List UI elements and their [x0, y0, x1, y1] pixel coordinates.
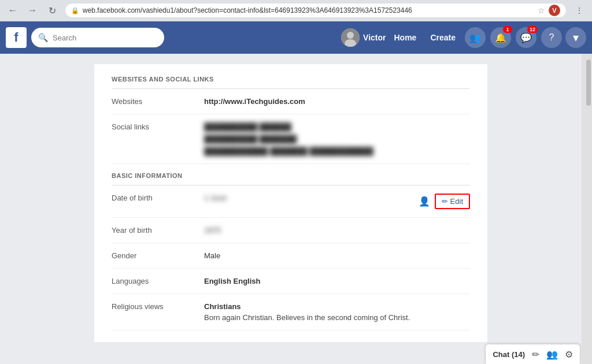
profile-about-card: WEBSITES AND SOCIAL LINKS Websites http:… — [94, 64, 487, 342]
forward-button[interactable]: → — [24, 2, 40, 18]
dob-edit-button[interactable]: ✏ Edit — [435, 194, 470, 209]
lock-icon: 🔒 — [71, 7, 79, 14]
religious-value: Christians Born again Christian. Believe… — [204, 302, 470, 322]
svg-point-1 — [347, 32, 354, 39]
dob-privacy-icon[interactable]: 👤 — [419, 196, 430, 207]
scrollbar-track[interactable] — [586, 54, 591, 364]
notifications-button[interactable]: 🔔 1 — [490, 27, 511, 48]
languages-value: English English — [204, 277, 470, 285]
edit-label: Edit — [450, 197, 463, 206]
dob-value: 1 June — [204, 194, 413, 202]
websites-row: Websites http://www.iTechguides.com — [112, 89, 470, 114]
social-link-1-text: ██████████ ██████ — [204, 122, 291, 131]
dob-label: Date of birth — [112, 194, 204, 202]
friends-icon: 👥 — [469, 32, 481, 43]
social-link-3: ████████████ ███████ ████████████ — [204, 147, 470, 155]
social-link-2: ██████████ ███████ — [204, 135, 470, 143]
profile-icon-circle[interactable]: V — [549, 5, 560, 16]
friends-button[interactable]: 👥 — [465, 27, 486, 48]
gender-value: Male — [204, 251, 470, 260]
messages-button[interactable]: 💬 12 — [516, 27, 536, 48]
chevron-down-icon: ▾ — [573, 31, 579, 44]
bell-icon: 🔔 — [495, 32, 506, 43]
refresh-button[interactable]: ↻ — [44, 2, 60, 18]
messages-badge: 12 — [527, 26, 538, 33]
main-content-area: WEBSITES AND SOCIAL LINKS Websites http:… — [0, 54, 582, 364]
more-menu-button[interactable]: ▾ — [565, 27, 586, 48]
search-icon: 🔍 — [38, 33, 48, 42]
facebook-navbar: f 🔍 Victor Home Create 👥 🔔 1 💬 12 ? ▾ — [0, 21, 592, 54]
gender-row: Gender Male — [112, 243, 470, 269]
social-link-2-text: ██████████ ███████ — [204, 135, 297, 143]
username-label: Victor — [363, 33, 386, 42]
scrollbar-thumb[interactable] — [586, 60, 591, 106]
browser-titlebar: ← → ↻ 🔒 web.facebook.com/vashiedu1/about… — [0, 0, 592, 21]
search-bar[interactable]: 🔍 — [31, 28, 164, 47]
gender-label: Gender — [112, 251, 204, 260]
fb-logo: f — [6, 27, 27, 48]
user-profile-button[interactable]: Victor — [341, 28, 386, 47]
religious-row: Religious views Christians Born again Ch… — [112, 294, 470, 330]
chat-contacts-button[interactable]: 👥 — [546, 349, 558, 360]
languages-row: Languages English English — [112, 269, 470, 294]
create-nav-link[interactable]: Create — [424, 33, 461, 42]
websites-section-header: WEBSITES AND SOCIAL LINKS — [112, 76, 470, 89]
dob-actions: 👤 ✏ Edit — [419, 194, 470, 209]
social-link-3-text: ████████████ ███████ ████████████ — [204, 147, 373, 155]
browser-actions: ⋮ — [571, 2, 587, 18]
chat-label[interactable]: Chat (14) — [493, 350, 525, 359]
address-bar[interactable]: 🔒 web.facebook.com/vashiedu1/about?secti… — [65, 3, 567, 18]
back-button[interactable]: ← — [5, 2, 21, 18]
social-links-list: ██████████ ██████ ██████████ ███████ ███… — [204, 122, 470, 155]
help-icon: ? — [549, 32, 554, 43]
yob-row: Year of birth 1975 — [112, 218, 470, 243]
chat-compose-button[interactable]: ✏ — [532, 349, 539, 360]
search-input[interactable] — [53, 34, 157, 42]
yob-value: 1975 — [204, 226, 470, 235]
religious-desc: Born again Christian. Believes in the se… — [204, 313, 470, 322]
notifications-badge: 1 — [503, 26, 512, 33]
chat-settings-button[interactable]: ⚙ — [565, 349, 573, 360]
social-links-values: ██████████ ██████ ██████████ ███████ ███… — [204, 122, 470, 155]
social-links-label: Social links — [112, 122, 204, 131]
religious-label: Religious views — [112, 302, 204, 311]
websites-label: Websites — [112, 97, 204, 106]
social-links-row: Social links ██████████ ██████ █████████… — [112, 114, 470, 164]
yob-label: Year of birth — [112, 226, 204, 235]
edit-pencil-icon: ✏ — [442, 197, 448, 206]
browser-controls: ← → ↻ — [5, 2, 60, 18]
chat-bar: Chat (14) ✏ 👥 ⚙ — [485, 344, 580, 364]
address-text: web.facebook.com/vashiedu1/about?section… — [83, 6, 534, 14]
religious-title: Christians — [204, 302, 470, 311]
social-link-1: ██████████ ██████ — [204, 122, 470, 131]
star-icon[interactable]: ☆ — [538, 6, 545, 15]
nav-right: Victor Home Create 👥 🔔 1 💬 12 ? ▾ — [341, 27, 586, 48]
message-icon: 💬 — [520, 32, 532, 43]
basic-info-section-header: BASIC INFORMATION — [112, 172, 470, 185]
scrollbar-panel — [582, 54, 592, 364]
bookmark-button[interactable]: ⋮ — [571, 2, 587, 18]
help-button[interactable]: ? — [541, 27, 562, 48]
languages-label: Languages — [112, 277, 204, 285]
websites-value: http://www.iTechguides.com — [204, 97, 470, 106]
avatar — [341, 28, 360, 47]
home-nav-link[interactable]: Home — [388, 33, 423, 42]
dob-row: Date of birth 1 June 👤 ✏ Edit — [112, 185, 470, 218]
